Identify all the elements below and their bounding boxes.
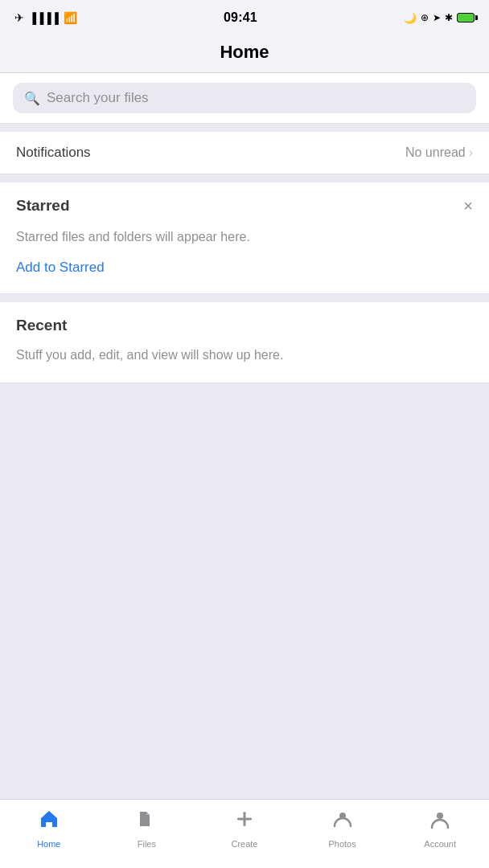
signal-icon: ▐▐▐▐ [29,12,59,24]
moon-icon: 🌙 [404,12,417,24]
home-icon [38,808,60,836]
tab-files-label: Files [138,839,156,849]
content-filler [0,383,489,799]
tab-create[interactable]: Create [195,808,294,849]
notifications-right: No unread › [405,145,473,160]
tab-account-label: Account [424,839,456,849]
photos-icon [331,808,354,836]
wifi-icon: 📶 [64,11,77,24]
starred-section: Starred × Starred files and folders will… [0,182,489,294]
status-left: ✈ ▐▐▐▐ 📶 [14,11,77,24]
airplane-icon: ✈ [14,11,24,24]
create-icon [233,808,256,836]
starred-title: Starred [16,197,70,215]
tab-home-label: Home [37,839,60,849]
notifications-status: No unread [405,145,466,160]
notifications-row[interactable]: Notifications No unread › [0,132,489,174]
recent-description: Stuff you add, edit, and view will show … [16,346,473,365]
starred-header: Starred × [16,197,473,215]
tab-photos-label: Photos [328,839,355,849]
search-icon: 🔍 [24,91,40,106]
section-divider-2 [0,174,489,182]
tab-photos[interactable]: Photos [294,808,392,849]
section-divider-3 [0,294,489,302]
tab-create-label: Create [231,839,257,849]
tab-files[interactable]: Files [98,808,196,849]
tab-home[interactable]: Home [0,808,98,849]
battery-icon [457,13,475,23]
files-icon [135,808,158,836]
status-bar: ✈ ▐▐▐▐ 📶 09:41 🌙 ⊕ ➤ ✱ [0,0,489,35]
bluetooth-icon: ✱ [445,12,453,23]
status-time: 09:41 [224,10,257,25]
location-icon: ➤ [433,12,441,23]
search-placeholder: Search your files [47,90,149,106]
notifications-label: Notifications [16,145,91,161]
lock-icon: ⊕ [421,12,429,23]
status-right: 🌙 ⊕ ➤ ✱ [404,12,475,24]
close-starred-button[interactable]: × [463,198,473,214]
page-title: Home [0,42,489,63]
svg-point-3 [437,813,443,819]
tab-bar: Home Files Create Photos [0,799,489,868]
starred-description: Starred files and folders will appear he… [16,227,473,247]
search-section: 🔍 Search your files [0,73,489,124]
recent-title: Recent [16,317,473,334]
page-header: Home [0,35,489,73]
account-icon [429,808,451,836]
section-divider-1 [0,124,489,132]
recent-section: Recent Stuff you add, edit, and view wil… [0,302,489,383]
add-to-starred-link[interactable]: Add to Starred [16,260,105,275]
search-bar[interactable]: 🔍 Search your files [13,83,476,113]
chevron-right-icon: › [469,145,473,160]
tab-account[interactable]: Account [391,808,489,849]
svg-rect-1 [237,818,252,821]
